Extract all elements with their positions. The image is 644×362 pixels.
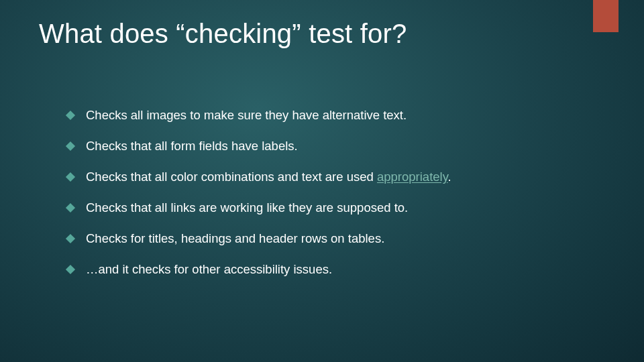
list-item: Checks that all color combinations and t… bbox=[67, 169, 604, 185]
list-item: …and it checks for other accessibility i… bbox=[67, 261, 604, 278]
list-item: Checks all images to make sure they have… bbox=[67, 107, 604, 123]
diamond-bullet-icon bbox=[66, 172, 75, 182]
bullet-text: Checks that all color combinations and t… bbox=[86, 169, 451, 185]
slide-title: What does “checking” test for? bbox=[39, 19, 407, 49]
diamond-bullet-icon bbox=[66, 111, 75, 120]
list-item: Checks that all form fields have labels. bbox=[67, 138, 604, 154]
bullet-text: Checks for titles, headings and header r… bbox=[86, 231, 384, 247]
bullet-text-post: . bbox=[448, 170, 451, 184]
bullet-text: Checks all images to make sure they have… bbox=[86, 107, 407, 123]
bullet-text: Checks that all links are working like t… bbox=[86, 200, 408, 216]
bullet-list: Checks all images to make sure they have… bbox=[67, 107, 604, 292]
list-item: Checks for titles, headings and header r… bbox=[67, 231, 604, 247]
accent-bar bbox=[593, 0, 619, 32]
bullet-text: …and it checks for other accessibility i… bbox=[86, 261, 332, 278]
diamond-bullet-icon bbox=[66, 265, 75, 274]
bullet-text-highlight: appropriately bbox=[377, 170, 448, 184]
bullet-text: Checks that all form fields have labels. bbox=[86, 138, 298, 154]
bullet-text-pre: Checks that all color combinations and t… bbox=[86, 170, 377, 184]
diamond-bullet-icon bbox=[66, 203, 75, 213]
diamond-bullet-icon bbox=[66, 234, 75, 243]
list-item: Checks that all links are working like t… bbox=[67, 200, 604, 216]
diamond-bullet-icon bbox=[66, 141, 75, 151]
